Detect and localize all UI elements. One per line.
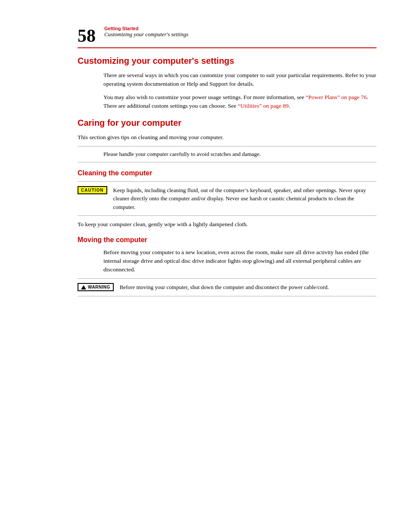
caring-note-text: Please handle your computer carefully to… <box>103 151 261 157</box>
warning-text: Before moving your computer, shut down t… <box>120 283 329 292</box>
header-text: Getting Started Customizing your compute… <box>104 26 188 38</box>
warning-box: WARNING Before moving your computer, shu… <box>78 278 377 296</box>
customizing-para2-pre: You may also wish to customize your powe… <box>103 94 306 100</box>
cleaning-body: To keep your computer clean, gently wipe… <box>78 220 377 229</box>
warning-badge-label: WARNING <box>88 285 110 289</box>
header-chapter: Getting Started <box>104 26 188 31</box>
caution-badge: CAUTION <box>78 186 107 194</box>
moving-para1: Before moving your computer to a new loc… <box>103 248 377 274</box>
page-header: 58 Getting Started Customizing your comp… <box>78 26 377 48</box>
caution-text: Keep liquids, including cleaning fluid, … <box>113 186 377 212</box>
header-subtitle: Customizing your computer's settings <box>104 31 188 38</box>
customizing-para2-post: . <box>289 103 290 109</box>
page: 58 Getting Started Customizing your comp… <box>0 0 411 532</box>
utilities-link[interactable]: “Utilities” on page 89 <box>238 103 289 109</box>
customizing-para1: There are several ways in which you can … <box>103 71 377 89</box>
power-plans-link[interactable]: “Power Plans” on page 76 <box>306 94 367 100</box>
moving-title: Moving the computer <box>78 236 377 244</box>
customizing-para2: You may also wish to customize your powe… <box>103 93 377 111</box>
caring-note-box: Please handle your computer carefully to… <box>78 146 377 162</box>
caution-box: CAUTION Keep liquids, including cleaning… <box>78 181 377 216</box>
caring-intro: This section gives tips on cleaning and … <box>78 133 377 142</box>
warning-triangle-icon <box>81 285 86 289</box>
caring-title: Caring for your computer <box>78 118 377 128</box>
cleaning-title: Cleaning the computer <box>78 169 377 177</box>
page-number: 58 <box>78 27 96 45</box>
customizing-title: Customizing your computer's settings <box>78 56 377 66</box>
warning-badge: WARNING <box>78 283 114 291</box>
